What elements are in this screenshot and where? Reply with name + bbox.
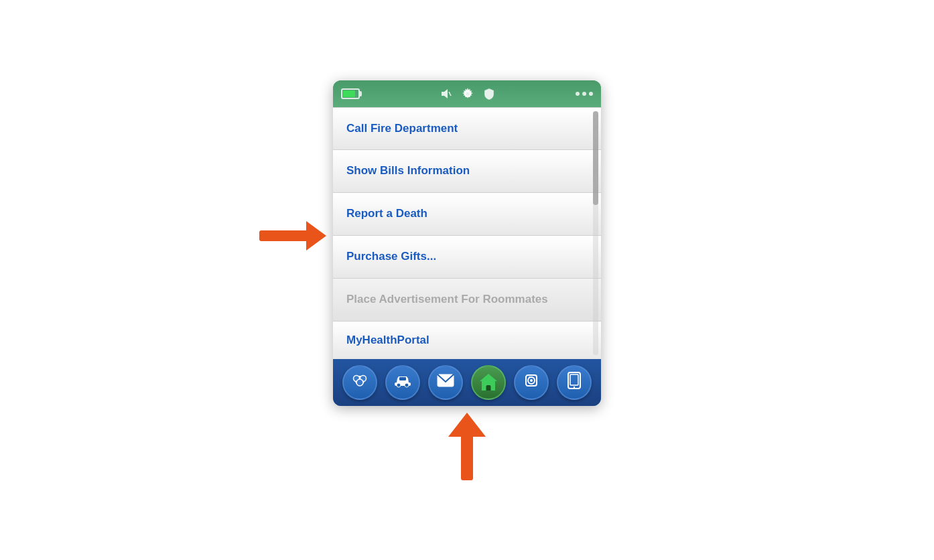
nav-btn-social[interactable] xyxy=(342,365,377,400)
house-door xyxy=(486,385,491,391)
svg-point-8 xyxy=(397,383,401,387)
battery-fill xyxy=(343,90,355,97)
arrow-up-head xyxy=(448,413,486,437)
gear-icon xyxy=(460,86,476,102)
house-icon xyxy=(480,374,497,391)
arrow-up-body xyxy=(461,437,473,480)
status-bar xyxy=(333,80,601,107)
nav-btn-car[interactable] xyxy=(385,365,420,400)
nav-btn-mail[interactable] xyxy=(428,365,463,400)
arrow-right-body xyxy=(259,230,306,241)
menu-container: Call Fire Department Show Bills Informat… xyxy=(333,107,601,359)
speaker-nav-icon xyxy=(523,372,539,393)
svg-rect-17 xyxy=(570,374,578,385)
house-body xyxy=(482,381,495,391)
battery-icon xyxy=(341,88,360,99)
scene: Call Fire Department Show Bills Informat… xyxy=(333,80,601,480)
speaker-icon xyxy=(438,86,454,102)
menu-item-purchase-gifts[interactable]: Purchase Gifts... xyxy=(333,236,601,279)
svg-point-15 xyxy=(529,376,530,378)
mail-icon xyxy=(437,374,454,391)
shield-icon xyxy=(481,86,497,102)
menu-item-my-health[interactable]: MyHealthPortal xyxy=(333,322,601,359)
device: Call Fire Department Show Bills Informat… xyxy=(333,80,601,406)
nav-btn-speaker[interactable] xyxy=(514,365,549,400)
menu-item-place-ad[interactable]: Place Advertisement For Roommates xyxy=(333,279,601,322)
phone-icon xyxy=(567,372,582,393)
call-fire-label: Call Fire Department xyxy=(346,122,458,135)
menu-list: Call Fire Department Show Bills Informat… xyxy=(333,107,601,359)
menu-item-show-bills[interactable]: Show Bills Information xyxy=(333,150,601,193)
dot-1 xyxy=(576,92,580,96)
svg-point-9 xyxy=(405,383,409,387)
status-icons xyxy=(366,86,569,102)
menu-item-call-fire[interactable]: Call Fire Department xyxy=(333,107,601,150)
place-ad-label: Place Advertisement For Roommates xyxy=(346,293,548,306)
svg-line-1 xyxy=(449,92,451,96)
scrollbar-thumb[interactable] xyxy=(593,111,598,205)
svg-point-14 xyxy=(530,379,533,382)
svg-point-6 xyxy=(356,379,363,386)
purchase-gifts-label: Purchase Gifts... xyxy=(346,250,436,263)
report-death-label: Report a Death xyxy=(346,207,427,220)
car-icon xyxy=(393,373,412,392)
scrollbar[interactable] xyxy=(593,111,598,355)
home-icon xyxy=(480,374,497,391)
svg-marker-0 xyxy=(442,89,448,98)
menu-item-report-death[interactable]: Report a Death xyxy=(333,193,601,236)
nav-btn-phone[interactable] xyxy=(557,365,592,400)
show-bills-label: Show Bills Information xyxy=(346,164,470,178)
up-arrow xyxy=(448,413,486,480)
dot-2 xyxy=(582,92,586,96)
right-arrow xyxy=(259,221,326,251)
nav-btn-home[interactable] xyxy=(471,365,506,400)
svg-point-18 xyxy=(574,386,575,387)
my-health-label: MyHealthPortal xyxy=(346,334,429,347)
social-icon xyxy=(351,372,369,393)
arrow-right-head xyxy=(306,221,326,251)
signal-dots xyxy=(576,92,593,96)
house-roof xyxy=(480,374,497,381)
svg-rect-10 xyxy=(399,377,406,380)
bottom-nav xyxy=(333,359,601,406)
dot-3 xyxy=(589,92,593,96)
